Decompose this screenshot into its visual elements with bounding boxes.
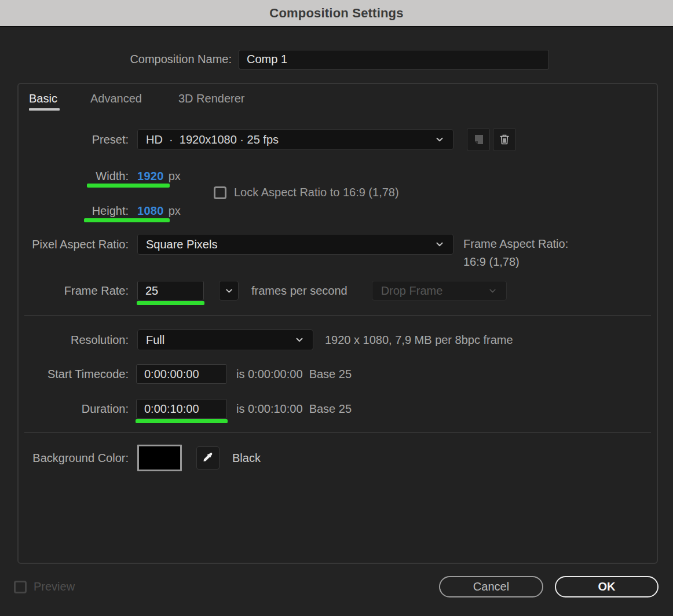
section-divider (24, 315, 651, 316)
frame-rate-dropdown-button[interactable] (219, 281, 239, 300)
frame-rate-input[interactable] (137, 281, 204, 300)
preset-value: HD · 1920x1080 · 25 fps (146, 133, 429, 146)
frame-aspect-value: 16:9 (1,78) (463, 253, 568, 271)
background-color-label: Background Color: (12, 452, 129, 465)
eyedropper-icon (201, 451, 215, 465)
save-preset-icon (471, 133, 485, 146)
frame-rate-row: Frame Rate: frames per second Drop Frame (12, 281, 507, 300)
height-highlight (84, 218, 170, 222)
resolution-dropdown[interactable]: Full (137, 329, 313, 350)
dialog-title: Composition Settings (269, 6, 403, 21)
resolution-value: Full (146, 333, 288, 347)
pixel-aspect-dropdown[interactable]: Square Pixels (137, 234, 453, 255)
frame-aspect-label: Frame Aspect Ratio: (463, 235, 568, 253)
frame-aspect-ratio: Frame Aspect Ratio: 16:9 (1,78) (463, 235, 568, 271)
trash-icon (498, 133, 511, 146)
duration-label: Duration: (12, 402, 129, 416)
frame-rate-highlight (137, 301, 204, 305)
cancel-button[interactable]: Cancel (439, 576, 543, 597)
composition-name-input[interactable] (239, 50, 549, 69)
ok-button[interactable]: OK (555, 576, 659, 597)
pixel-aspect-value: Square Pixels (146, 238, 429, 251)
eyedropper-button[interactable] (196, 446, 220, 470)
duration-highlight (136, 419, 228, 423)
chevron-down-icon (434, 134, 445, 145)
background-color-swatch[interactable] (137, 445, 182, 471)
tab-basic[interactable]: Basic (29, 92, 57, 105)
frame-rate-label: Frame Rate: (12, 284, 129, 298)
tab-3d-renderer[interactable]: 3D Renderer (178, 92, 245, 105)
resolution-label: Resolution: (12, 333, 129, 347)
preview-row: Preview (14, 580, 75, 593)
delete-preset-button[interactable] (493, 128, 516, 151)
background-color-row: Background Color: Black (12, 445, 261, 471)
pixel-aspect-row: Pixel Aspect Ratio: Square Pixels (12, 234, 453, 255)
chevron-down-icon (294, 335, 305, 345)
width-row: Width: 1920 px (12, 168, 181, 184)
drop-frame-value: Drop Frame (381, 284, 488, 298)
tab-advanced[interactable]: Advanced (90, 92, 142, 105)
height-row: Height: 1080 px (12, 203, 181, 218)
save-preset-button[interactable] (467, 128, 490, 151)
chevron-down-icon (224, 286, 234, 296)
resolution-info: 1920 x 1080, 7,9 MB per 8bpc frame (325, 333, 513, 347)
resolution-row: Resolution: Full 1920 x 1080, 7,9 MB per… (12, 329, 513, 350)
pixel-aspect-label: Pixel Aspect Ratio: (12, 238, 129, 251)
width-unit: px (169, 170, 181, 183)
composition-name-label: Composition Name: (58, 53, 232, 66)
preview-checkbox[interactable] (14, 581, 27, 593)
preview-label: Preview (34, 580, 75, 593)
width-highlight (87, 184, 170, 188)
start-timecode-row: Start Timecode: is 0:00:00:00 Base 25 (12, 364, 352, 384)
preset-row: Preset: HD · 1920x1080 · 25 fps (12, 128, 516, 151)
preset-label: Preset: (12, 133, 129, 146)
height-unit: px (169, 204, 181, 218)
tab-basic-active-underline (29, 108, 60, 111)
duration-input[interactable] (136, 399, 227, 419)
lock-aspect-label: Lock Aspect Ratio to 16:9 (1,78) (234, 186, 399, 199)
chevron-down-icon (488, 286, 498, 296)
height-value[interactable]: 1080 (137, 204, 164, 218)
start-timecode-label: Start Timecode: (12, 368, 129, 381)
background-color-name: Black (232, 452, 261, 465)
duration-row: Duration: is 0:00:10:00 Base 25 (12, 399, 352, 419)
preset-dropdown[interactable]: HD · 1920x1080 · 25 fps (137, 129, 453, 150)
duration-info: is 0:00:10:00 Base 25 (236, 402, 352, 416)
settings-panel (17, 83, 658, 564)
composition-name-row: Composition Name: (58, 49, 549, 69)
lock-aspect-row: Lock Aspect Ratio to 16:9 (1,78) (214, 186, 399, 199)
frames-per-second-label: frames per second (251, 284, 348, 298)
width-label: Width: (12, 170, 129, 183)
section-divider (24, 432, 651, 433)
lock-aspect-checkbox[interactable] (214, 186, 226, 199)
width-value[interactable]: 1920 (137, 170, 164, 183)
drop-frame-dropdown: Drop Frame (372, 281, 507, 300)
start-timecode-info: is 0:00:00:00 Base 25 (236, 368, 352, 381)
height-label: Height: (12, 204, 129, 218)
dialog-titlebar: Composition Settings (0, 0, 673, 27)
start-timecode-input[interactable] (136, 364, 227, 384)
chevron-down-icon (434, 239, 445, 250)
